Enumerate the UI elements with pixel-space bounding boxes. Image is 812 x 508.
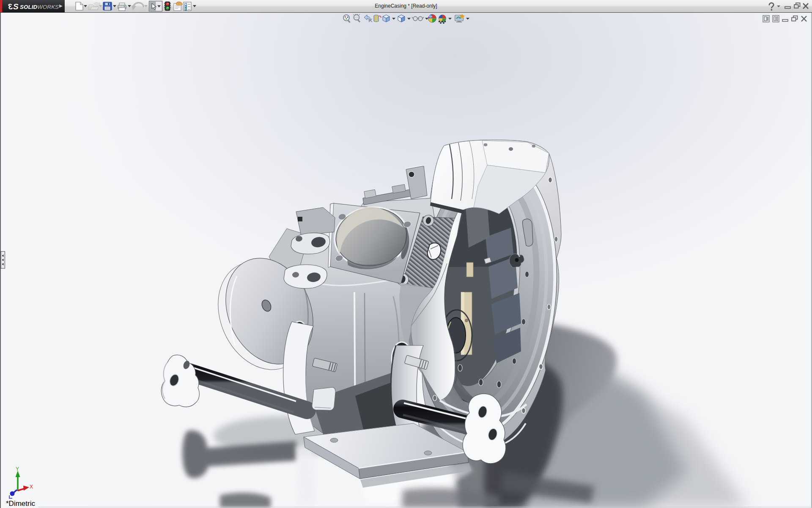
svg-text:Y: Y (16, 466, 19, 472)
svg-text:X: X (30, 484, 33, 490)
